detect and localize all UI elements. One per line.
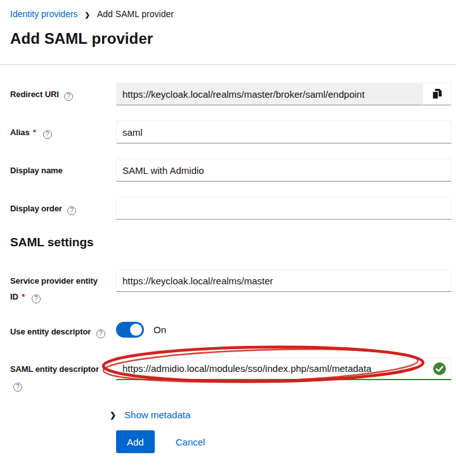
show-metadata-link[interactable]: Show metadata	[124, 409, 190, 420]
redirect-uri-label-text: Redirect URI	[10, 89, 59, 99]
display-order-label-text: Display order	[10, 204, 62, 213]
cancel-link[interactable]: Cancel	[176, 437, 205, 447]
alias-input[interactable]	[116, 121, 452, 143]
display-name-input[interactable]	[116, 159, 452, 182]
required-marker: *	[101, 364, 107, 374]
alias-row: Alias * ?	[10, 121, 452, 143]
add-saml-provider-form: Redirect URI ? Alias * ? Dis	[0, 65, 456, 453]
display-name-label: Display name	[10, 159, 116, 178]
redirect-uri-input[interactable]	[116, 83, 423, 105]
form-actions: Add Cancel	[116, 430, 452, 453]
breadcrumb-current: Add SAML provider	[97, 9, 174, 19]
saml-entity-descriptor-field	[116, 357, 452, 380]
saml-entity-descriptor-input[interactable]	[116, 357, 452, 380]
sp-entity-id-label: Service provider entity ID * ?	[10, 269, 116, 305]
help-icon[interactable]: ?	[32, 294, 41, 303]
toggle-state-label: On	[153, 324, 166, 335]
alias-label-text: Alias	[10, 128, 30, 137]
breadcrumb-link-identity-providers[interactable]: Identity providers	[10, 9, 78, 19]
saml-entity-descriptor-label-text: SAML entity descriptor	[10, 364, 99, 374]
help-icon[interactable]: ?	[96, 329, 105, 338]
help-icon[interactable]: ?	[64, 92, 73, 101]
saml-entity-descriptor-label: SAML entity descriptor * ?	[10, 357, 116, 393]
help-icon[interactable]: ?	[43, 130, 52, 139]
use-entity-descriptor-toggle[interactable]	[116, 322, 144, 338]
show-metadata-expander[interactable]: ❯ Show metadata	[110, 409, 452, 420]
breadcrumb: Identity providers ❯ Add SAML provider	[0, 0, 456, 19]
copy-icon	[432, 88, 442, 100]
display-name-label-text: Display name	[10, 166, 63, 175]
help-icon[interactable]: ?	[67, 206, 76, 215]
sp-entity-id-input[interactable]	[116, 269, 452, 292]
saml-settings-heading: SAML settings	[10, 235, 452, 250]
display-order-label: Display order ?	[10, 197, 116, 216]
use-entity-descriptor-label-text: Use entity descriptor	[10, 327, 91, 336]
display-name-row: Display name	[10, 159, 452, 182]
chevron-right-icon: ❯	[110, 411, 116, 420]
use-entity-descriptor-label: Use entity descriptor ?	[10, 320, 116, 340]
help-icon[interactable]: ?	[13, 383, 22, 392]
saml-entity-descriptor-row: SAML entity descriptor * ?	[10, 357, 452, 393]
display-order-row: Display order ?	[10, 197, 452, 220]
use-entity-descriptor-row: Use entity descriptor ? On	[10, 320, 452, 340]
redirect-uri-row: Redirect URI ?	[10, 83, 452, 105]
breadcrumb-separator-icon: ❯	[85, 11, 90, 18]
page-title: Add SAML provider	[10, 30, 456, 48]
use-entity-descriptor-field: On	[116, 320, 452, 338]
required-marker: *	[32, 128, 37, 137]
success-check-icon	[433, 362, 446, 375]
display-order-input[interactable]	[116, 197, 452, 220]
alias-label: Alias * ?	[10, 121, 116, 140]
redirect-uri-field-group	[116, 83, 452, 105]
toggle-knob	[130, 324, 142, 336]
add-button[interactable]: Add	[116, 430, 155, 453]
copy-button[interactable]	[423, 83, 452, 105]
required-marker: *	[20, 292, 26, 301]
sp-entity-id-row: Service provider entity ID * ?	[10, 269, 452, 305]
redirect-uri-label: Redirect URI ?	[10, 83, 116, 102]
